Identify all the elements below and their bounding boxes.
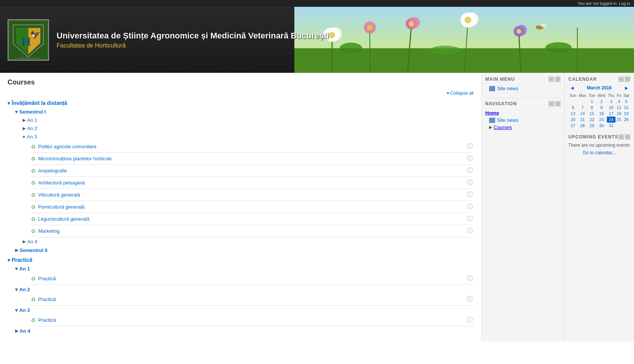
course-link-viticultura[interactable]: Viticultură generală: [38, 192, 467, 198]
main-menu-minimize-btn[interactable]: ─: [549, 77, 554, 82]
toggle-an2-sem1[interactable]: [23, 126, 26, 131]
toggle-sem1[interactable]: [15, 109, 18, 115]
go-to-calendar-link[interactable]: Go to calendar...: [568, 150, 630, 155]
practica-an4-link[interactable]: An 4: [20, 328, 30, 334]
toggle-sem2[interactable]: [15, 248, 18, 253]
tree-item-practica-an3[interactable]: An 3: [15, 306, 474, 314]
nav-courses-toggle[interactable]: [489, 125, 492, 130]
cal-day-1[interactable]: 1: [588, 98, 596, 104]
course-info-practica-an3[interactable]: ⓘ: [467, 316, 473, 324]
cal-day-10[interactable]: 10: [607, 104, 616, 111]
cal-day-3[interactable]: 3: [607, 98, 616, 104]
cal-day-29[interactable]: 29: [588, 123, 596, 129]
cal-day-31[interactable]: 31: [607, 123, 616, 129]
sem1-link[interactable]: Semestrul I: [19, 109, 46, 115]
nav-courses-link[interactable]: Courses: [494, 124, 512, 130]
invatamant-link[interactable]: Învățământ la distanță: [12, 100, 67, 106]
cal-day-26[interactable]: 26: [622, 117, 630, 123]
course-link-micro[interactable]: Microînmulțirea plantelor horticole: [38, 156, 467, 161]
toggle-an3-sem1[interactable]: [23, 134, 25, 140]
course-info-ampelo[interactable]: ⓘ: [467, 167, 473, 175]
an4-sem1-link[interactable]: An 4: [27, 239, 37, 244]
cal-day-21[interactable]: 21: [577, 117, 587, 123]
cal-next-btn[interactable]: ►: [623, 85, 630, 91]
cal-day-19[interactable]: 19: [622, 111, 630, 117]
toggle-an1-sem1[interactable]: [23, 118, 26, 123]
cal-day-11[interactable]: 11: [616, 104, 622, 111]
practica-link[interactable]: Practică: [12, 257, 32, 263]
course-info-micro[interactable]: ⓘ: [467, 155, 473, 163]
cal-day-13[interactable]: 13: [568, 111, 577, 117]
toggle-invatamant[interactable]: [8, 100, 10, 106]
tree-item-an1-sem1[interactable]: An 1: [23, 116, 474, 124]
practica-an2-link[interactable]: An 2: [19, 287, 30, 292]
tree-item-semestrul2[interactable]: Semestrul II: [15, 246, 474, 254]
cal-day-20[interactable]: 20: [568, 117, 577, 123]
cal-day-24[interactable]: 24: [607, 117, 616, 123]
course-info-practica-an2[interactable]: ⓘ: [467, 295, 473, 303]
course-info-marketing[interactable]: ⓘ: [467, 227, 473, 235]
sem2-link[interactable]: Semestrul II: [20, 247, 48, 253]
nav-site-news-link[interactable]: Site news: [497, 117, 518, 123]
login-link[interactable]: Log in: [619, 1, 630, 6]
practica-an3-link[interactable]: An 3: [19, 307, 30, 313]
toggle-practica[interactable]: [8, 257, 10, 263]
course-info-pomicultura[interactable]: ⓘ: [467, 203, 473, 211]
tree-item-an2-sem1[interactable]: An 2: [23, 124, 474, 132]
course-info-viticultura[interactable]: ⓘ: [467, 191, 473, 199]
course-info-politici[interactable]: ⓘ: [467, 143, 473, 151]
tree-item-practica[interactable]: Practică: [8, 256, 474, 264]
toggle-practica-an3[interactable]: [15, 307, 18, 313]
cal-day-25[interactable]: 25: [616, 117, 622, 123]
course-info-legumicultura[interactable]: ⓘ: [467, 215, 473, 223]
course-link-ampelo[interactable]: Ampelografie: [38, 168, 467, 174]
nav-home-link[interactable]: Home: [485, 110, 499, 116]
tree-item-invatamant[interactable]: Învățământ la distanță: [8, 99, 474, 107]
cal-day-22[interactable]: 22: [588, 117, 596, 123]
cal-day-8[interactable]: 8: [588, 104, 596, 111]
tree-item-practica-an4[interactable]: An 4: [15, 327, 474, 335]
cal-day-28[interactable]: 28: [577, 123, 587, 129]
cal-day-17[interactable]: 17: [607, 111, 616, 117]
upcoming-minimize-btn[interactable]: ─: [619, 134, 624, 140]
cal-day-6[interactable]: 6: [568, 104, 577, 111]
course-info-arhitectura[interactable]: ⓘ: [467, 179, 473, 187]
toggle-practica-an4[interactable]: [15, 329, 18, 333]
tree-item-an3-sem1[interactable]: An 3: [23, 133, 474, 141]
course-info-practica-an1[interactable]: ⓘ: [467, 275, 473, 283]
nav-minimize-btn[interactable]: ─: [549, 101, 554, 106]
course-link-pomicultura[interactable]: Pomicultură generală: [38, 204, 467, 210]
course-link-practica-an3[interactable]: Practică: [38, 317, 467, 323]
an3-sem1-link[interactable]: An 3: [27, 134, 37, 140]
course-link-practica-an1[interactable]: Practică: [38, 276, 467, 281]
course-link-marketing[interactable]: Marketing: [38, 228, 467, 234]
cal-day-12[interactable]: 12: [622, 104, 630, 111]
calendar-minimize-btn[interactable]: ─: [619, 77, 624, 82]
cal-day-27[interactable]: 27: [568, 123, 577, 129]
cal-day-30[interactable]: 30: [596, 123, 607, 129]
cal-prev-btn[interactable]: ◄: [568, 85, 576, 91]
cal-day-9[interactable]: 9: [596, 104, 607, 111]
cal-day-16[interactable]: 16: [596, 111, 607, 117]
main-menu-site-news-link[interactable]: Site news: [497, 86, 518, 91]
toggle-an4-sem1[interactable]: [23, 239, 26, 244]
nav-home-item[interactable]: Home: [485, 109, 560, 117]
cal-day-7[interactable]: 7: [577, 104, 587, 111]
cal-day-23[interactable]: 23: [596, 117, 607, 123]
main-menu-expand-btn[interactable]: □: [555, 77, 560, 82]
tree-item-practica-an1[interactable]: An 1: [15, 265, 474, 273]
practica-an1-link[interactable]: An 1: [19, 266, 30, 272]
tree-item-practica-an2[interactable]: An 2: [15, 286, 474, 293]
cal-day-5[interactable]: 5: [622, 98, 630, 104]
toggle-practica-an2[interactable]: [15, 287, 18, 292]
toggle-practica-an1[interactable]: [15, 266, 18, 272]
collapse-all-link[interactable]: ▾ Collapse all: [447, 91, 474, 96]
calendar-expand-btn[interactable]: □: [625, 77, 630, 82]
cal-day-14[interactable]: 14: [577, 111, 587, 117]
cal-day-15[interactable]: 15: [588, 111, 596, 117]
course-link-practica-an2[interactable]: Practică: [38, 296, 467, 302]
cal-day-18[interactable]: 18: [616, 111, 622, 117]
an2-sem1-link[interactable]: An 2: [27, 126, 37, 131]
course-link-legumicultura[interactable]: Legumicultură generală: [38, 216, 467, 222]
nav-expand-btn[interactable]: □: [555, 101, 560, 106]
